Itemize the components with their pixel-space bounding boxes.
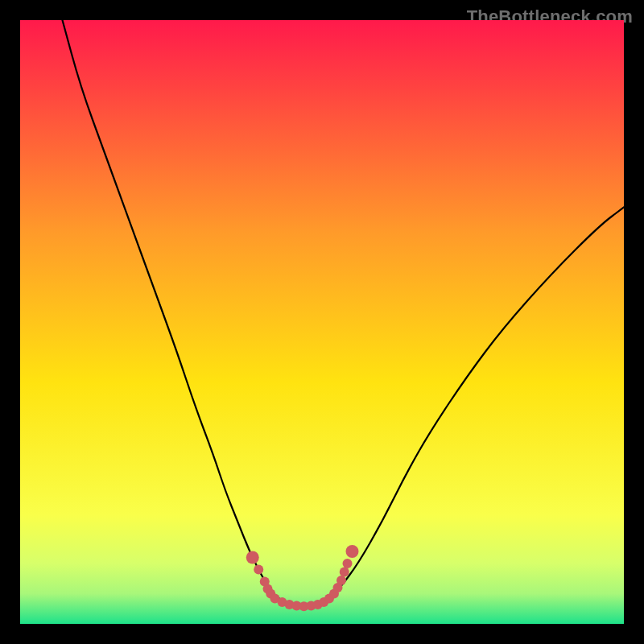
marker-dot: [336, 576, 346, 585]
plot-area: [20, 20, 624, 624]
chart-frame: TheBottleneck.com: [0, 0, 644, 644]
marker-dot: [340, 568, 349, 577]
marker-dot: [343, 559, 353, 568]
gradient-background: [20, 20, 624, 624]
marker-dot: [246, 551, 259, 564]
marker-dot: [254, 565, 263, 575]
bottleneck-chart-svg: [20, 20, 624, 624]
marker-dot: [346, 545, 359, 558]
